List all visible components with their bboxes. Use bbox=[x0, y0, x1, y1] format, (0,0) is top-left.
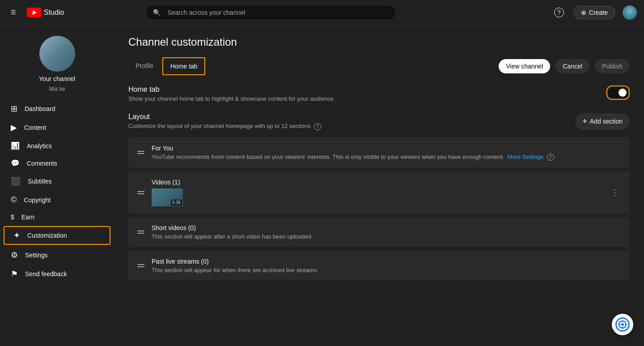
help-fab[interactable] bbox=[612, 314, 633, 335]
feedback-icon: ⚑ bbox=[11, 269, 18, 279]
row-info-icon[interactable]: ? bbox=[547, 154, 554, 161]
channel-handle: Mia he bbox=[49, 86, 65, 92]
sidebar-item-label: Earn bbox=[21, 214, 35, 221]
row-desc: This section will appear after a short v… bbox=[152, 233, 621, 240]
home-tab-desc: Show your channel home tab to highlight … bbox=[128, 95, 334, 102]
section-row-short-videos: Short videos (0) This section will appea… bbox=[128, 217, 630, 247]
sidebar-item-earn[interactable]: $ Earn bbox=[0, 209, 114, 225]
tabs-actions-row: Profile Home tab View channel Cancel Pub… bbox=[128, 57, 630, 75]
sidebar-item-customization[interactable]: ✦ Customization bbox=[4, 226, 110, 245]
sidebar-item-settings[interactable]: ⚙ Settings bbox=[0, 246, 114, 265]
topbar: ☰ Studio 🔍 ? ⊕ Create bbox=[0, 0, 644, 25]
home-tab-title: Home tab bbox=[128, 85, 334, 94]
comments-icon: 💬 bbox=[11, 159, 20, 167]
tab-home-tab[interactable]: Home tab bbox=[162, 57, 206, 75]
fab-icon bbox=[615, 317, 630, 332]
drag-handle[interactable] bbox=[137, 191, 144, 194]
sidebar-item-content[interactable]: ▶ Content bbox=[0, 118, 114, 137]
search-icon: 🔍 bbox=[153, 9, 161, 16]
layout-header: Layout Customize the layout of your chan… bbox=[128, 113, 630, 130]
home-tab-toggle[interactable] bbox=[608, 87, 628, 98]
home-tab-text: Home tab Show your channel home tab to h… bbox=[128, 85, 334, 102]
video-duration: 0:36 bbox=[171, 200, 182, 205]
layout-desc: Customize the layout of your channel hom… bbox=[128, 123, 321, 130]
sidebar-item-comments[interactable]: 💬 Comments bbox=[0, 154, 114, 172]
row-content: Videos (1) 0:36 bbox=[152, 179, 602, 206]
sidebar-item-label: Analytics bbox=[27, 142, 52, 150]
cancel-button[interactable]: Cancel bbox=[555, 59, 589, 73]
sidebar-item-label: Send feedback bbox=[25, 270, 67, 278]
tabs: Profile Home tab bbox=[128, 57, 205, 75]
search-input[interactable] bbox=[146, 5, 396, 20]
sidebar-item-label: Customization bbox=[27, 232, 67, 239]
layout-title: Layout bbox=[128, 113, 321, 121]
channel-name: Your channel bbox=[39, 75, 75, 82]
sidebar-item-send-feedback[interactable]: ⚑ Send feedback bbox=[0, 265, 114, 283]
sidebar: Your channel Mia he ⊞ Dashboard ▶ Conten… bbox=[0, 25, 114, 346]
video-thumbnail[interactable]: 0:36 bbox=[152, 188, 183, 206]
info-icon[interactable]: ? bbox=[314, 123, 321, 130]
sidebar-item-subtitles[interactable]: ⬛ Subtitles bbox=[0, 172, 114, 191]
plus-icon: ⊕ bbox=[581, 9, 586, 16]
section-row-past-live-streams: Past live streams (0) This section will … bbox=[128, 251, 630, 281]
home-tab-section: Home tab Show your channel home tab to h… bbox=[128, 85, 630, 102]
studio-label: Studio bbox=[44, 9, 64, 17]
row-desc: This section will appear for when there … bbox=[152, 267, 621, 273]
logo: Studio bbox=[27, 8, 64, 17]
avatar[interactable] bbox=[623, 5, 637, 20]
sidebar-item-label: Copyright bbox=[24, 196, 51, 204]
plus-icon: + bbox=[582, 117, 587, 126]
layout-section: Layout Customize the layout of your chan… bbox=[128, 113, 630, 281]
drag-handle[interactable] bbox=[137, 151, 144, 154]
sidebar-item-analytics[interactable]: 📊 Analytics bbox=[0, 137, 114, 154]
create-label: Create bbox=[589, 9, 608, 16]
avatar-image bbox=[623, 5, 637, 20]
publish-button[interactable]: Publish bbox=[595, 59, 630, 73]
view-channel-button[interactable]: View channel bbox=[499, 59, 550, 73]
row-menu-button[interactable]: ⋮ bbox=[609, 186, 621, 199]
add-section-button[interactable]: + Add section bbox=[575, 113, 630, 130]
hamburger-icon: ☰ bbox=[11, 9, 16, 16]
row-title: Videos (1) bbox=[152, 179, 602, 186]
row-desc: YouTube recommends fresh content based o… bbox=[152, 154, 621, 161]
page-actions: View channel Cancel Publish bbox=[499, 59, 630, 73]
dashboard-icon: ⊞ bbox=[11, 104, 17, 114]
copyright-icon: © bbox=[11, 195, 17, 205]
main-layout: Your channel Mia he ⊞ Dashboard ▶ Conten… bbox=[0, 25, 644, 346]
drag-handle[interactable] bbox=[137, 264, 144, 267]
sidebar-item-label: Settings bbox=[25, 252, 48, 259]
channel-info: Your channel Mia he bbox=[0, 29, 114, 99]
drag-handle[interactable] bbox=[137, 231, 144, 234]
row-content: Past live streams (0) This section will … bbox=[152, 258, 621, 273]
sidebar-item-label: Content bbox=[24, 124, 46, 131]
add-section-label: Add section bbox=[590, 118, 623, 125]
analytics-icon: 📊 bbox=[11, 141, 20, 150]
create-button[interactable]: ⊕ Create bbox=[573, 6, 615, 19]
sidebar-item-label: Comments bbox=[27, 160, 57, 167]
youtube-icon bbox=[27, 8, 41, 17]
section-row-videos: Videos (1) 0:36 ⋮ bbox=[128, 171, 630, 214]
video-thumb-container: 0:36 bbox=[152, 188, 602, 206]
row-title: For You bbox=[152, 145, 621, 152]
help-button[interactable]: ? bbox=[552, 5, 566, 20]
settings-icon: ⚙ bbox=[11, 250, 18, 260]
sidebar-item-copyright[interactable]: © Copyright bbox=[0, 191, 114, 209]
section-row-for-you: For You YouTube recommends fresh content… bbox=[128, 137, 630, 168]
tab-profile[interactable]: Profile bbox=[128, 58, 161, 75]
toggle-knob bbox=[619, 89, 627, 97]
topbar-right: ? ⊕ Create bbox=[552, 5, 637, 20]
row-title: Short videos (0) bbox=[152, 224, 621, 231]
row-title: Past live streams (0) bbox=[152, 258, 621, 265]
help-icon: ? bbox=[554, 8, 564, 17]
main-content: Channel customization Profile Home tab V… bbox=[114, 25, 644, 346]
more-settings-link[interactable]: More Settings bbox=[508, 154, 545, 160]
row-content: Short videos (0) This section will appea… bbox=[152, 224, 621, 240]
row-content: For You YouTube recommends fresh content… bbox=[152, 145, 621, 161]
content-icon: ▶ bbox=[11, 123, 17, 132]
customization-icon: ✦ bbox=[13, 231, 20, 240]
menu-button[interactable]: ☰ bbox=[7, 5, 20, 19]
earn-icon: $ bbox=[11, 214, 14, 221]
sidebar-item-label: Subtitles bbox=[28, 178, 52, 185]
sidebar-item-dashboard[interactable]: ⊞ Dashboard bbox=[0, 99, 114, 118]
channel-avatar[interactable] bbox=[39, 36, 75, 72]
